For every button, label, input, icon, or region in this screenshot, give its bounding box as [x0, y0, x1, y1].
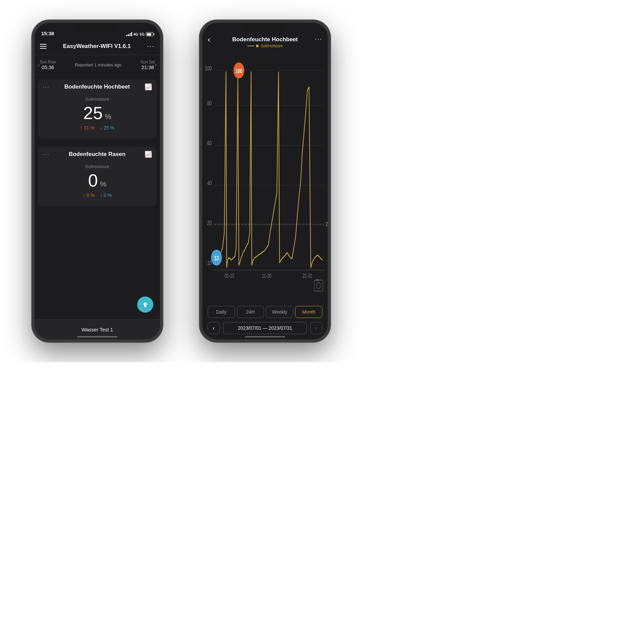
right-phone: ‹ ··· Bodenfeuchte Hochbeet Soilmoisture: [200, 20, 330, 342]
widget-hochbeet-body: Soilmoisture 25 % ↑ 31 % ↓ 25 %: [43, 94, 152, 133]
network-5g-badge: 5G: [140, 32, 145, 36]
right-home-indicator: [245, 336, 285, 337]
tab-month[interactable]: Month: [295, 306, 322, 318]
date-range-display: 2023/07/01 — 2023/07/31: [223, 322, 307, 334]
svg-text:40: 40: [207, 180, 212, 186]
status-time: 15:38: [41, 31, 54, 36]
right-screen: ‹ ··· Bodenfeuchte Hochbeet Soilmoisture: [202, 23, 328, 339]
widget-rasen-dots-icon[interactable]: ···: [43, 151, 50, 158]
svg-text:60: 60: [207, 140, 212, 147]
widget-hochbeet-min: ↓ 25 %: [100, 125, 114, 130]
right-title: Bodenfeuchte Hochbeet: [232, 36, 298, 43]
moisture-chart: 100 80 60 40 20 10: [202, 53, 328, 303]
back-button[interactable]: ‹: [208, 35, 210, 44]
app-title: EasyWeather-WIFI V1.6.1: [63, 43, 131, 50]
widget-hochbeet-unit: %: [105, 112, 111, 121]
widget-hochbeet-sensor-label: Soilmoisture: [85, 97, 109, 102]
reported-text: Reported 1 minutes ago: [56, 62, 141, 67]
tab-weekly[interactable]: Weekly: [266, 306, 293, 318]
left-screen: 15:38 4G 5G: [35, 23, 160, 339]
sun-set: Sun Set 21:38: [141, 60, 155, 70]
widget-rasen-body: Soilmoisture 0 % ↑ 0 % ↓ 0 %: [43, 161, 152, 201]
battery-icon: [146, 32, 153, 36]
svg-rect-27: [316, 279, 319, 281]
svg-text:10: 10: [207, 260, 212, 266]
widget-rasen-value: 0 %: [88, 170, 106, 191]
scene: 15:38 4G 5G: [0, 0, 362, 362]
svg-text:100: 100: [235, 67, 242, 74]
hamburger-menu-icon[interactable]: [40, 44, 47, 49]
chart-container: 100 80 60 40 20 10: [202, 50, 328, 303]
notch: [75, 23, 119, 32]
svg-text:11-20: 11-20: [262, 272, 272, 279]
widget-hochbeet-header: ··· Bodenfeuchte Hochbeet 📈: [43, 83, 152, 91]
signal-bars-icon: [126, 32, 132, 36]
app-header: EasyWeather-WIFI V1.6.1 ···: [35, 38, 160, 55]
tab-24h[interactable]: 24H: [237, 306, 264, 318]
widget-rasen-title: Bodenfeuchte Rasen: [69, 151, 125, 158]
sun-row: ‹ Sun Rise 05:36 Reported 1 minutes ago …: [35, 55, 160, 75]
svg-text:29: 29: [326, 221, 328, 227]
widget-rasen-max: ↑ 0 %: [83, 193, 95, 198]
widget-rasen-min: ↓ 0 %: [100, 193, 112, 198]
tab-daily[interactable]: Daily: [208, 306, 235, 318]
svg-text:13: 13: [214, 255, 219, 261]
network-4g-badge: 4G: [133, 32, 139, 36]
left-phone: 15:38 4G 5G: [32, 20, 163, 342]
legend-line: [247, 46, 254, 46]
sun-next-icon[interactable]: ›: [155, 62, 157, 68]
right-notch: [243, 23, 287, 32]
bottom-peek-title: Wasser Test 1: [82, 327, 113, 332]
widget-hochbeet-max: ↑ 31 %: [80, 125, 95, 130]
date-next-button[interactable]: ›: [310, 322, 322, 334]
home-indicator: [77, 336, 117, 337]
scroll-up-icon: [142, 301, 149, 308]
sun-set-time: 21:38: [142, 64, 154, 70]
widget-rasen-minmax: ↑ 0 % ↓ 0 %: [83, 193, 112, 198]
widget-hochbeet-number: 25: [83, 103, 103, 123]
svg-text:80: 80: [207, 100, 212, 107]
widget-hochbeet-chart-icon[interactable]: 📈: [145, 83, 152, 91]
date-prev-button[interactable]: ‹: [208, 322, 220, 334]
right-legend: Soilmoisture: [247, 44, 283, 48]
widget-hochbeet-value: 25 %: [83, 103, 111, 123]
right-more-icon[interactable]: ···: [315, 35, 322, 43]
legend-dot: [256, 45, 259, 47]
widget-rasen-number: 0: [88, 170, 98, 191]
svg-text:20: 20: [207, 220, 212, 226]
status-icons: 4G 5G: [126, 32, 153, 36]
widget-rasen: ··· Bodenfeuchte Rasen 📈 Soilmoisture 0 …: [38, 147, 157, 206]
svg-text:21-31: 21-31: [303, 272, 312, 279]
legend-label: Soilmoisture: [261, 44, 283, 48]
widget-hochbeet-minmax: ↑ 31 % ↓ 25 %: [80, 125, 114, 130]
sun-rise: Sun Rise 05:36: [40, 60, 56, 70]
widget-rasen-header: ··· Bodenfeuchte Rasen 📈: [43, 151, 152, 158]
scroll-up-button[interactable]: [137, 297, 153, 313]
svg-text:01-10: 01-10: [225, 272, 234, 279]
sun-rise-time: 05:36: [42, 64, 54, 70]
widget-hochbeet-dots-icon[interactable]: ···: [43, 84, 50, 91]
widget-hochbeet: ··· Bodenfeuchte Hochbeet 📈 Soilmoisture…: [38, 79, 157, 139]
period-tabs: Daily 24H Weekly Month: [202, 303, 328, 320]
more-options-icon[interactable]: ···: [147, 42, 155, 50]
svg-text:100: 100: [205, 65, 212, 72]
widget-rasen-sensor-label: Soilmoisture: [85, 164, 109, 169]
widget-rasen-unit: %: [100, 180, 107, 189]
widget-rasen-chart-icon[interactable]: 📈: [145, 151, 152, 158]
sun-set-label: Sun Set: [141, 60, 155, 64]
sun-rise-label: Sun Rise: [40, 60, 56, 64]
widget-hochbeet-title: Bodenfeuchte Hochbeet: [64, 84, 130, 90]
